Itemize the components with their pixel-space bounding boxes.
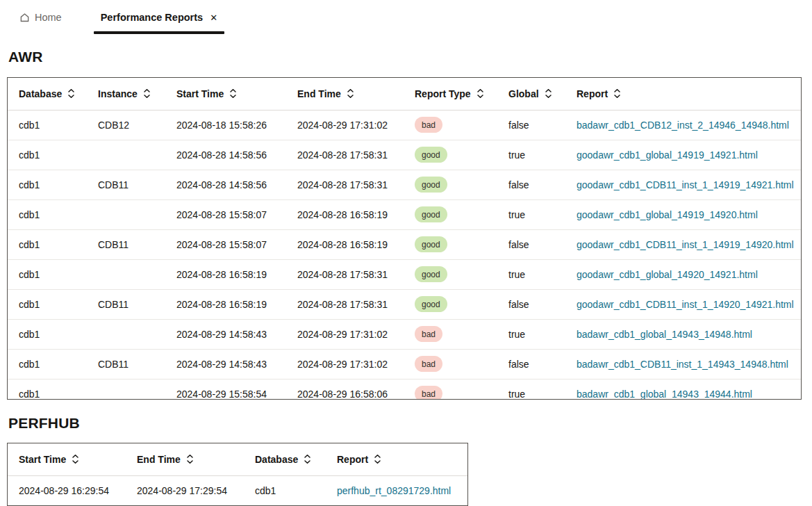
status-badge: good [415, 296, 447, 312]
table-cell: cdb1 [8, 319, 87, 349]
table-cell: 2024-08-29 14:58:43 [165, 349, 286, 379]
report-link[interactable]: goodawr_cdb1_CDB11_inst_1_14920_14921.ht… [577, 299, 794, 310]
report-link[interactable]: goodawr_cdb1_global_14919_14920.html [577, 209, 758, 220]
table-cell [87, 379, 165, 400]
table-row: cdb12024-08-28 14:58:562024-08-28 17:58:… [8, 140, 801, 170]
column-sort-control[interactable]: Start Time [19, 454, 79, 465]
sort-icon[interactable] [143, 88, 151, 99]
report-link[interactable]: perfhub_rt_08291729.html [337, 485, 451, 496]
report-type-cell: good [404, 289, 497, 319]
column-sort-control[interactable]: Start Time [176, 88, 237, 99]
status-badge: bad [415, 386, 442, 400]
table-cell: 2024-08-28 17:58:31 [286, 170, 404, 199]
status-badge: good [415, 147, 447, 163]
table-cell: 2024-08-29 17:31:02 [286, 319, 404, 349]
report-type-cell: good [404, 140, 497, 170]
sort-icon[interactable] [477, 88, 484, 99]
table-cell: 2024-08-28 17:58:31 [286, 259, 404, 289]
column-sort-control[interactable]: Database [255, 454, 311, 465]
column-header-start-time: Start Time [8, 443, 126, 475]
table-cell: cdb1 [8, 289, 87, 319]
column-header-global: Global [497, 78, 565, 110]
table-cell: 2024-08-28 14:58:56 [165, 170, 286, 199]
column-sort-control[interactable]: Report Type [415, 88, 484, 99]
column-label: Global [508, 88, 539, 99]
report-link[interactable]: badawr_cdb1_CDB11_inst_1_14943_14948.htm… [577, 359, 788, 370]
close-icon[interactable]: ✕ [210, 13, 217, 22]
column-sort-control[interactable]: Global [508, 88, 552, 99]
column-label: Report [577, 88, 608, 99]
report-link[interactable]: badawr_cdb1_global_14943_14944.html [577, 389, 752, 400]
column-header-end-time: End Time [126, 443, 244, 475]
perfhub-table: Start TimeEnd TimeDatabaseReport2024-08-… [8, 443, 467, 505]
sort-icon[interactable] [67, 88, 75, 99]
table-cell: cdb1 [8, 140, 87, 170]
table-cell: true [497, 199, 565, 229]
tab-performance-reports[interactable]: Performance Reports ✕ [94, 10, 224, 34]
report-type-cell: good [404, 199, 497, 229]
table-cell: 2024-08-28 15:58:07 [165, 229, 286, 259]
status-badge: good [415, 177, 447, 193]
report-type-cell: bad [404, 379, 497, 400]
table-cell: 2024-08-29 14:58:43 [165, 319, 286, 349]
table-cell: 2024-08-28 16:58:19 [165, 259, 286, 289]
table-row: cdb1CDB122024-08-18 15:58:262024-08-29 1… [8, 110, 801, 140]
report-type-cell: good [404, 229, 497, 259]
report-cell: goodawr_cdb1_global_14920_14921.html [565, 259, 801, 289]
column-label: Instance [98, 88, 138, 99]
table-cell: cdb1 [8, 199, 87, 229]
report-link[interactable]: goodawr_cdb1_CDB11_inst_1_14919_14921.ht… [577, 179, 794, 190]
column-sort-control[interactable]: End Time [137, 454, 194, 465]
sort-icon[interactable] [304, 454, 311, 464]
table-cell: 2024-08-28 17:58:31 [286, 289, 404, 319]
sort-icon[interactable] [374, 454, 381, 464]
table-cell: 2024-08-28 16:58:19 [165, 289, 286, 319]
report-link[interactable]: badawr_cdb1_global_14943_14948.html [577, 329, 752, 340]
report-cell: goodawr_cdb1_CDB11_inst_1_14920_14921.ht… [565, 289, 801, 319]
column-label: Database [255, 454, 298, 465]
table-cell: 2024-08-28 16:58:19 [286, 199, 404, 229]
column-header-end-time: End Time [286, 78, 404, 110]
table-cell: cdb1 [8, 379, 87, 400]
column-header-start-time: Start Time [165, 78, 286, 110]
tab-bar: Home Performance Reports ✕ [0, 0, 812, 33]
report-cell: badawr_cdb1_CDB11_inst_1_14943_14948.htm… [565, 349, 801, 379]
table-cell: cdb1 [8, 229, 87, 259]
sort-icon[interactable] [613, 88, 621, 99]
table-cell: 2024-08-28 15:58:07 [165, 199, 286, 229]
column-header-database: Database [8, 78, 87, 110]
report-link[interactable]: goodawr_cdb1_global_14919_14921.html [577, 149, 758, 161]
awr-section-heading: AWR [8, 49, 812, 65]
report-link[interactable]: goodawr_cdb1_CDB11_inst_1_14919_14920.ht… [577, 239, 794, 250]
sort-icon[interactable] [72, 454, 79, 464]
table-cell: cdb1 [8, 170, 87, 199]
sort-icon[interactable] [186, 454, 194, 464]
column-sort-control[interactable]: Instance [98, 88, 151, 99]
table-row: cdb12024-08-29 14:58:432024-08-29 17:31:… [8, 319, 801, 349]
column-sort-control[interactable]: Report [577, 88, 621, 99]
table-cell: true [497, 379, 565, 400]
report-cell: badawr_cdb1_CDB12_inst_2_14946_14948.htm… [565, 110, 801, 140]
report-link[interactable]: goodawr_cdb1_global_14920_14921.html [577, 269, 758, 280]
column-sort-control[interactable]: Report [337, 454, 381, 465]
table-row: cdb1CDB112024-08-28 16:58:192024-08-28 1… [8, 289, 801, 319]
table-cell: cdb1 [8, 259, 87, 289]
tab-home[interactable]: Home [19, 10, 62, 23]
column-sort-control[interactable]: End Time [297, 88, 354, 99]
tab-home-label: Home [35, 12, 62, 23]
status-badge: bad [415, 356, 442, 372]
report-cell: badawr_cdb1_global_14943_14944.html [565, 379, 801, 400]
column-label: Database [19, 88, 62, 99]
sort-icon[interactable] [347, 88, 354, 99]
sort-icon[interactable] [229, 88, 237, 99]
report-link[interactable]: badawr_cdb1_CDB12_inst_2_14946_14948.htm… [577, 120, 789, 131]
table-cell: 2024-08-28 14:58:56 [165, 140, 286, 170]
table-cell: 2024-08-18 15:58:26 [165, 110, 286, 140]
sort-icon[interactable] [545, 88, 552, 99]
awr-table-container: DatabaseInstanceStart TimeEnd TimeReport… [7, 77, 802, 400]
table-cell: 2024-08-29 17:31:02 [286, 110, 404, 140]
report-cell: goodawr_cdb1_CDB11_inst_1_14919_14920.ht… [565, 229, 801, 259]
table-cell: false [497, 349, 565, 379]
table-cell: 2024-08-29 15:58:54 [165, 379, 286, 400]
column-sort-control[interactable]: Database [19, 88, 75, 99]
